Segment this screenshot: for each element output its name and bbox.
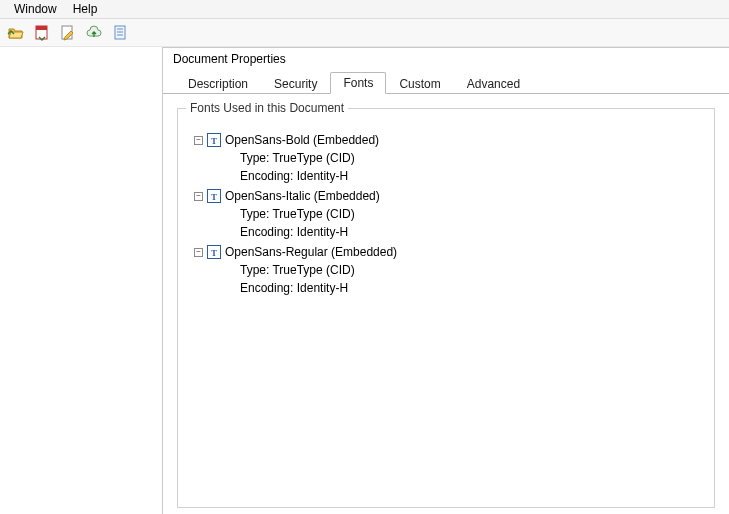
svg-text:T: T (211, 136, 217, 146)
tab-advanced[interactable]: Advanced (454, 73, 533, 94)
fonts-groupbox-legend: Fonts Used in this Document (186, 101, 348, 115)
tab-description[interactable]: Description (175, 73, 261, 94)
svg-rect-1 (36, 26, 47, 30)
cloud-upload-icon[interactable] (84, 23, 104, 43)
font-type-label: Type: TrueType (CID) (240, 261, 698, 279)
font-entry: − T OpenSans-Bold (Embedded) Type: TrueT… (194, 131, 698, 185)
font-head: − T OpenSans-Bold (Embedded) (194, 131, 698, 149)
menubar: Window Help (0, 0, 729, 19)
save-pdf-icon[interactable] (32, 23, 52, 43)
font-type-label: Type: TrueType (CID) (240, 205, 698, 223)
font-head: − T OpenSans-Italic (Embedded) (194, 187, 698, 205)
svg-text:T: T (211, 192, 217, 202)
document-properties-dialog: Document Properties Description Security… (162, 47, 729, 514)
menu-window[interactable]: Window (6, 1, 65, 17)
font-name-label: OpenSans-Bold (Embedded) (225, 133, 379, 147)
page-icon[interactable] (110, 23, 130, 43)
font-entry: − T OpenSans-Italic (Embedded) Type: Tru… (194, 187, 698, 241)
menu-help[interactable]: Help (65, 1, 106, 17)
toolbar (0, 19, 729, 47)
font-entry: − T OpenSans-Regular (Embedded) Type: Tr… (194, 243, 698, 297)
font-head: − T OpenSans-Regular (Embedded) (194, 243, 698, 261)
font-encoding-label: Encoding: Identity-H (240, 167, 698, 185)
tab-security[interactable]: Security (261, 73, 330, 94)
tree-collapse-icon[interactable]: − (194, 136, 203, 145)
font-name-label: OpenSans-Regular (Embedded) (225, 245, 397, 259)
tab-custom[interactable]: Custom (386, 73, 453, 94)
tab-body-fonts: Fonts Used in this Document − T (163, 94, 729, 514)
content-area: Document Properties Description Security… (0, 47, 729, 514)
font-name-label: OpenSans-Italic (Embedded) (225, 189, 380, 203)
svg-text:T: T (211, 248, 217, 258)
tab-strip: Description Security Fonts Custom Advanc… (163, 72, 729, 94)
tab-fonts[interactable]: Fonts (330, 72, 386, 94)
font-encoding-label: Encoding: Identity-H (240, 279, 698, 297)
font-type-icon: T (207, 245, 221, 259)
font-encoding-label: Encoding: Identity-H (240, 223, 698, 241)
tree-collapse-icon[interactable]: − (194, 248, 203, 257)
font-type-icon: T (207, 133, 221, 147)
font-type-label: Type: TrueType (CID) (240, 149, 698, 167)
open-folder-icon[interactable] (6, 23, 26, 43)
dialog-title: Document Properties (163, 48, 729, 72)
edit-icon[interactable] (58, 23, 78, 43)
font-type-icon: T (207, 189, 221, 203)
font-tree: − T OpenSans-Bold (Embedded) Type: TrueT… (190, 127, 702, 303)
fonts-groupbox: Fonts Used in this Document − T (177, 108, 715, 508)
tree-collapse-icon[interactable]: − (194, 192, 203, 201)
